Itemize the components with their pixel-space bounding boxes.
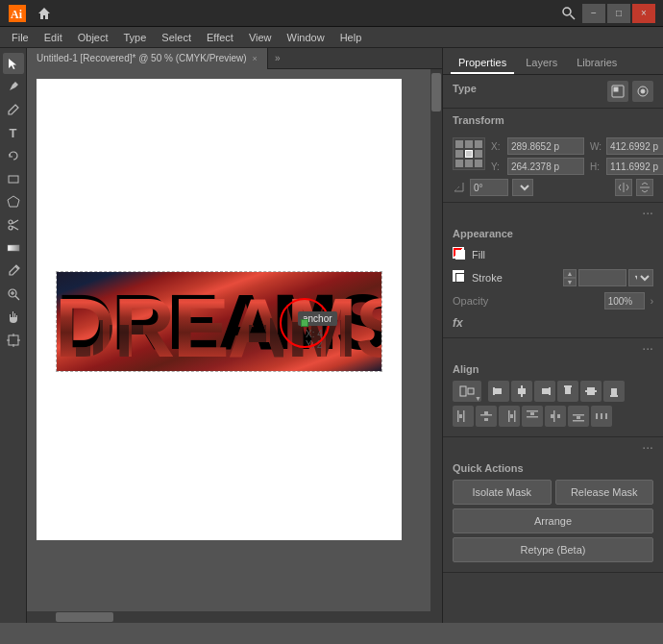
align-options-btn[interactable]: ··· — [642, 439, 653, 455]
svg-rect-50 — [565, 387, 571, 394]
align-bottom-btn[interactable] — [603, 381, 625, 402]
menu-window[interactable]: Window — [280, 30, 332, 45]
svg-rect-44 — [495, 388, 502, 394]
tab-scroll-right[interactable]: » — [268, 48, 287, 69]
transform-options-btn[interactable]: ··· — [642, 205, 653, 220]
tool-gradient[interactable] — [3, 237, 24, 259]
menu-type[interactable]: Type — [116, 30, 155, 45]
svg-rect-59 — [484, 411, 488, 414]
svg-rect-10 — [8, 245, 19, 251]
maximize-button[interactable]: □ — [607, 4, 630, 23]
menu-edit[interactable]: Edit — [37, 30, 70, 45]
svg-rect-47 — [549, 387, 551, 395]
tool-eyedropper[interactable] — [3, 260, 24, 282]
close-button[interactable]: × — [632, 4, 655, 23]
type-icon-btn-1[interactable] — [607, 81, 628, 102]
minimize-button[interactable]: − — [582, 4, 605, 23]
menu-effect[interactable]: Effect — [199, 30, 241, 45]
arrange-button[interactable]: Arrange — [453, 508, 653, 533]
type-icon-btn-2[interactable] — [632, 81, 653, 102]
align-left-btn[interactable] — [488, 381, 509, 402]
svg-point-35 — [641, 89, 645, 93]
stroke-color-swatch[interactable] — [578, 269, 626, 286]
quick-actions-section: Quick Actions Isolate Mask Release Mask … — [443, 457, 663, 573]
isolate-mask-button[interactable]: Isolate Mask — [453, 480, 552, 505]
menu-select[interactable]: Select — [154, 30, 199, 45]
svg-rect-69 — [557, 414, 560, 418]
distribute-top-btn[interactable] — [522, 406, 543, 427]
svg-rect-26 — [249, 325, 266, 372]
svg-marker-5 — [8, 196, 19, 207]
tool-scissors[interactable] — [3, 214, 24, 235]
tool-select[interactable] — [3, 53, 24, 74]
tool-rotate[interactable] — [3, 145, 24, 166]
opacity-input[interactable] — [604, 292, 645, 310]
x-input[interactable] — [507, 137, 584, 155]
align-more: ··· — [443, 437, 663, 457]
flip-h-btn[interactable] — [615, 179, 632, 196]
angle-dropdown[interactable]: ▼ — [512, 179, 533, 196]
home-button[interactable] — [33, 2, 56, 25]
svg-rect-71 — [573, 420, 584, 422]
align-right-btn[interactable] — [534, 381, 555, 402]
x-label: X: — [491, 141, 504, 152]
main-layout: T Untitled-1 — [0, 48, 663, 623]
retype-button[interactable]: Retype (Beta) — [453, 537, 653, 562]
svg-rect-68 — [551, 414, 553, 418]
tool-pencil[interactable] — [3, 99, 24, 120]
tool-hand[interactable] — [3, 307, 24, 328]
canvas-scroll[interactable]: DREAMS DREAMS — [27, 69, 442, 623]
menu-help[interactable]: Help — [332, 30, 370, 45]
tab-layers[interactable]: Layers — [518, 53, 565, 74]
tab-close-button[interactable]: × — [253, 54, 258, 63]
fx-button[interactable]: fx — [453, 316, 463, 330]
align-center-h-btn[interactable] — [511, 381, 532, 402]
svg-line-9 — [12, 227, 18, 231]
canvas-area[interactable]: Untitled-1 [Recovered]* @ 50 % (CMYK/Pre… — [27, 48, 442, 623]
align-center-v-btn[interactable] — [580, 381, 602, 402]
align-to-selection-btn[interactable]: ▼ — [453, 381, 481, 402]
menu-file[interactable]: File — [4, 30, 37, 45]
flip-v-btn[interactable] — [636, 179, 653, 196]
title-bar: Ai − □ × — [0, 0, 663, 27]
angle-input[interactable] — [470, 179, 508, 196]
distribute-center-v-btn[interactable] — [545, 406, 566, 427]
distribute-spacing-btn[interactable] — [591, 406, 612, 427]
anchor-point — [301, 319, 308, 327]
w-input[interactable] — [606, 137, 663, 155]
tool-polygon[interactable] — [3, 191, 24, 212]
distribute-right-btn[interactable] — [499, 406, 520, 427]
align-top-btn[interactable] — [557, 381, 578, 402]
svg-rect-61 — [508, 410, 510, 422]
h-input[interactable] — [606, 158, 663, 175]
tool-zoom[interactable] — [3, 284, 24, 305]
svg-rect-56 — [463, 410, 465, 422]
tab-libraries[interactable]: Libraries — [569, 53, 625, 74]
menu-object[interactable]: Object — [70, 30, 116, 45]
align-section: Align ▼ — [443, 358, 663, 437]
opacity-expand-btn[interactable]: › — [651, 296, 653, 307]
stroke-dropdown[interactable]: ▼ — [628, 269, 653, 286]
stroke-label: Stroke — [472, 272, 555, 284]
align-label: Align — [453, 363, 653, 375]
distribute-center-h-btn[interactable] — [476, 406, 497, 427]
tab-properties[interactable]: Properties — [451, 53, 514, 74]
search-button[interactable] — [555, 0, 582, 27]
tool-artboard[interactable] — [3, 330, 24, 351]
y-input[interactable] — [507, 158, 584, 175]
distribute-left-btn[interactable] — [453, 406, 474, 427]
stroke-weight-spinner[interactable]: ▲ ▼ — [563, 269, 577, 286]
tool-pen[interactable] — [3, 76, 24, 97]
svg-rect-41 — [460, 386, 466, 396]
tool-shape[interactable] — [3, 168, 24, 189]
dreams-artwork: DREAMS DREAMS — [56, 271, 382, 377]
distribute-row — [453, 406, 653, 427]
tool-type[interactable]: T — [3, 122, 24, 143]
menu-view[interactable]: View — [241, 30, 280, 45]
distribute-bottom-btn[interactable] — [568, 406, 589, 427]
appearance-more: ··· — [443, 338, 663, 358]
appearance-options-btn[interactable]: ··· — [642, 340, 653, 356]
release-mask-button[interactable]: Release Mask — [555, 480, 654, 505]
document-tab[interactable]: Untitled-1 [Recovered]* @ 50 % (CMYK/Pre… — [27, 48, 268, 69]
svg-line-12 — [15, 296, 19, 300]
